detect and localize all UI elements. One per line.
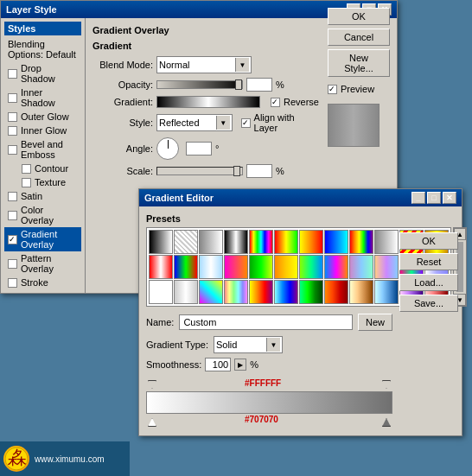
style-dropdown[interactable]: Reflected ▼ (156, 114, 233, 131)
preset-7[interactable] (299, 230, 323, 254)
sidebar-item-gradient-overlay[interactable]: Gradient Overlay (4, 227, 81, 251)
preset-4[interactable] (224, 230, 248, 254)
ge-ok-button[interactable]: OK (399, 232, 458, 250)
preset-14[interactable] (174, 255, 198, 279)
scale-thumb[interactable] (233, 166, 240, 176)
sidebar-item-satin[interactable]: Satin (4, 189, 81, 203)
stroke-checkbox[interactable] (8, 278, 17, 288)
ge-right-buttons: OK Reset Load... Save... (399, 232, 458, 312)
gradient-bar[interactable] (156, 96, 260, 108)
ge-maximize[interactable]: □ (427, 192, 441, 204)
sidebar-item-blending[interactable]: Blending Options: Default (4, 37, 81, 61)
sidebar-item-inner-glow[interactable]: Inner Glow (4, 124, 81, 137)
preset-22[interactable] (374, 255, 399, 279)
inner-shadow-checkbox[interactable] (8, 93, 17, 103)
preset-10[interactable] (374, 230, 399, 254)
pattern-overlay-checkbox[interactable] (8, 259, 17, 269)
texture-checkbox[interactable] (22, 178, 31, 187)
opacity-input[interactable]: 100 (246, 78, 272, 92)
sidebar-item-pattern-overlay[interactable]: Pattern Overlay (4, 251, 81, 276)
sidebar-item-inner-shadow[interactable]: Inner Shadow (4, 86, 81, 110)
preset-20[interactable] (324, 255, 348, 279)
gradient-label: Gradient: (92, 97, 153, 107)
preset-15[interactable] (199, 255, 223, 279)
ge-load-button[interactable]: Load... (399, 274, 458, 291)
preset-5[interactable] (249, 230, 273, 254)
drop-shadow-checkbox[interactable] (8, 69, 17, 79)
preview-row: Preview (328, 84, 390, 94)
opacity-slider[interactable] (156, 80, 243, 89)
ge-save-button[interactable]: Save... (399, 295, 458, 312)
sidebar-item-outer-glow[interactable]: Outer Glow (4, 110, 81, 124)
new-style-button[interactable]: New Style... (328, 49, 390, 77)
sidebar-item-contour[interactable]: Contour (4, 162, 81, 175)
preset-30[interactable] (274, 280, 298, 304)
opacity-stop-right[interactable] (382, 380, 391, 389)
ok-button[interactable]: OK (328, 8, 390, 25)
preset-2[interactable] (174, 230, 198, 254)
texture-label: Texture (35, 177, 66, 187)
name-input[interactable] (179, 314, 353, 330)
smoothness-input[interactable] (205, 358, 231, 371)
preset-17[interactable] (249, 255, 273, 279)
preset-29[interactable] (249, 280, 273, 304)
color-overlay-checkbox[interactable] (8, 211, 17, 220)
preset-33[interactable] (349, 280, 373, 304)
preset-1[interactable] (149, 230, 173, 254)
ge-reset-button[interactable]: Reset (399, 253, 458, 270)
cancel-button[interactable]: Cancel (328, 29, 390, 46)
gradient-main-bar[interactable] (146, 391, 392, 414)
preset-34[interactable] (374, 280, 399, 304)
color-stop-left[interactable] (148, 418, 156, 427)
outer-glow-checkbox[interactable] (8, 112, 17, 122)
preview-checkbox[interactable] (328, 85, 337, 94)
preset-31[interactable] (299, 280, 323, 304)
satin-checkbox[interactable] (8, 192, 17, 201)
reverse-checkbox[interactable] (271, 98, 280, 107)
sidebar-item-color-overlay[interactable]: Color Overlay (4, 203, 81, 227)
sidebar-item-texture[interactable]: Texture (4, 175, 81, 189)
angle-input[interactable]: 0 (186, 142, 212, 155)
preset-27[interactable] (199, 280, 223, 304)
new-gradient-button[interactable]: New (358, 314, 392, 331)
color-stop-right[interactable] (382, 418, 391, 427)
preset-3[interactable] (199, 230, 223, 254)
preset-18[interactable] (274, 255, 298, 279)
angle-unit: ° (215, 143, 219, 154)
preset-28[interactable] (224, 280, 248, 304)
sidebar-item-bevel[interactable]: Bevel and Emboss (4, 137, 81, 162)
scale-input[interactable]: 100 (246, 164, 272, 178)
align-layer-checkbox[interactable] (241, 118, 251, 128)
scale-unit: % (276, 166, 284, 176)
bevel-label: Bevel and Emboss (21, 139, 78, 160)
preset-8[interactable] (324, 230, 348, 254)
scale-slider[interactable] (156, 167, 243, 175)
preset-25[interactable] (149, 280, 173, 304)
preset-16[interactable] (224, 255, 248, 279)
smoothness-stepper[interactable]: ▶ (234, 359, 246, 371)
preset-9[interactable] (349, 230, 373, 254)
preset-19[interactable] (299, 255, 323, 279)
preset-6[interactable] (274, 230, 298, 254)
bevel-checkbox[interactable] (8, 145, 17, 155)
opacity-row: Opacity: 100 % (92, 78, 319, 92)
preset-32[interactable] (324, 280, 348, 304)
angle-dial[interactable] (156, 137, 179, 160)
sidebar-item-drop-shadow[interactable]: Drop Shadow (4, 61, 81, 86)
gradient-overlay-checkbox[interactable] (8, 235, 17, 244)
preset-13[interactable] (149, 255, 173, 279)
blend-mode-dropdown[interactable]: Normal ▼ (156, 56, 252, 73)
preset-26[interactable] (174, 280, 198, 304)
contour-checkbox[interactable] (22, 164, 31, 174)
ge-minimize[interactable]: _ (411, 192, 425, 204)
satin-label: Satin (21, 191, 42, 201)
ge-close[interactable]: ✕ (443, 192, 456, 204)
inner-glow-checkbox[interactable] (8, 126, 17, 136)
stroke-label: Stroke (21, 277, 48, 288)
opacity-thumb[interactable] (235, 79, 242, 90)
gradient-type-dropdown[interactable]: Solid ▼ (214, 336, 283, 353)
opacity-stop-left[interactable] (148, 380, 156, 389)
preset-21[interactable] (349, 255, 373, 279)
style-label: Style: (92, 117, 153, 128)
sidebar-item-stroke[interactable]: Stroke (4, 276, 81, 289)
